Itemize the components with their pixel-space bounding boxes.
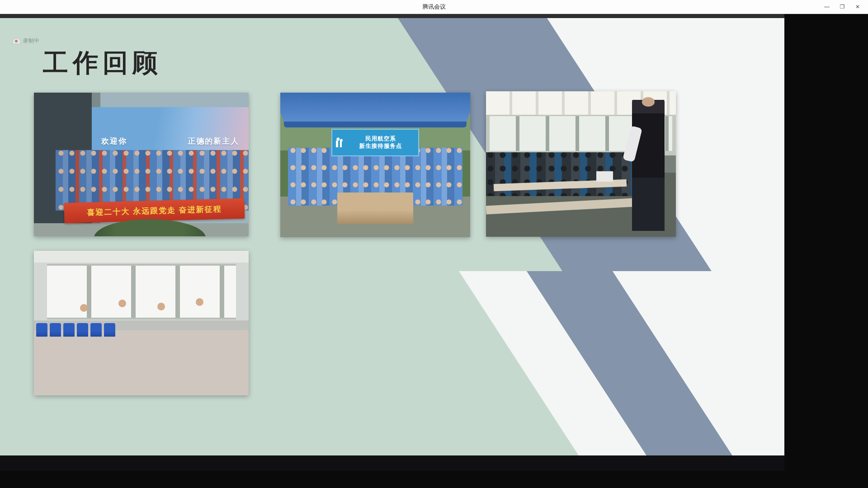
- photo2-desk: [337, 192, 413, 224]
- photo2-sign: 民用航空系 新生接待服务点: [331, 129, 419, 156]
- desktop-screen: 腾讯会议 — ❐ ✕ 录制中 工作: [0, 0, 868, 488]
- minimize-button[interactable]: —: [819, 0, 835, 14]
- dancer: [113, 300, 132, 376]
- photo1-welcome-left: 欢迎你: [101, 136, 127, 146]
- share-letterbox: [0, 14, 784, 18]
- close-button[interactable]: ✕: [850, 0, 865, 14]
- window-controls: — ❐ ✕: [819, 0, 865, 14]
- window-title: 腾讯会议: [422, 3, 446, 11]
- window-titlebar: 腾讯会议 — ❐ ✕: [0, 0, 868, 14]
- recording-label: 录制中: [23, 37, 39, 45]
- slide-title: 工作回顾: [43, 46, 162, 80]
- photo-evening-classroom: [486, 91, 676, 237]
- dancer: [191, 298, 209, 375]
- person-icon: [336, 137, 343, 147]
- photo-reception-tent: 民用航空系 新生接待服务点: [280, 93, 470, 237]
- photo3-standing-person: [632, 97, 664, 231]
- recording-cloud-icon: [13, 38, 20, 44]
- presentation-slide: 录制中 工作回顾 欢迎你 正德的新主人 喜迎二十大 永远跟党走 奋进新征程: [0, 18, 784, 455]
- photo2-canopy: [280, 93, 470, 124]
- photo-dance-rehearsal: [34, 251, 249, 395]
- screen-share-view: 录制中 工作回顾 欢迎你 正德的新主人 喜迎二十大 永远跟党走 奋进新征程: [0, 14, 784, 471]
- dancer: [75, 304, 93, 381]
- photo-welcome-group: 欢迎你 正德的新主人 喜迎二十大 永远跟党走 奋进新征程: [34, 93, 249, 236]
- meeting-workspace: 录制中 工作回顾 欢迎你 正德的新主人 喜迎二十大 永远跟党走 奋进新征程: [0, 14, 868, 488]
- dancer: [152, 303, 170, 380]
- cloud-recording-indicator: 录制中: [13, 37, 39, 45]
- photo1-welcome-right: 正德的新主人: [188, 136, 239, 146]
- restore-button[interactable]: ❐: [835, 0, 850, 14]
